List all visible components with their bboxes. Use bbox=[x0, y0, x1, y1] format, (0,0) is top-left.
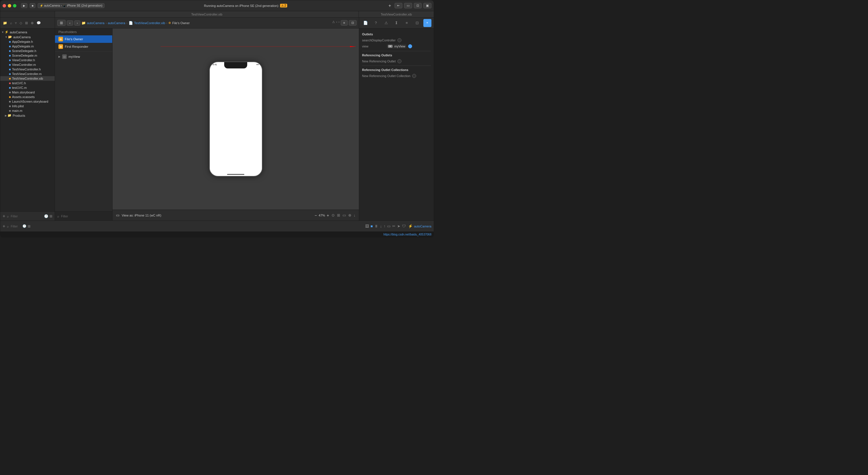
clock-icon[interactable]: 🕐 bbox=[44, 214, 48, 218]
safe-area-icon[interactable]: ▭ bbox=[342, 213, 346, 217]
myview-label: myView bbox=[68, 55, 80, 58]
tree-item-autoCamera-folder[interactable]: ▼ 📂 autoCamera bbox=[0, 34, 55, 39]
new-ref-outlet-circle[interactable] bbox=[398, 59, 401, 63]
folder-icon[interactable]: 📁 bbox=[2, 21, 8, 26]
tree-item-Products[interactable]: ▶ 📁 Products bbox=[0, 113, 55, 118]
warning-badge[interactable]: ⚠ 2 bbox=[280, 4, 287, 7]
filter-status-label: Filter bbox=[11, 225, 18, 228]
fit-icon[interactable]: ⊙ bbox=[332, 213, 335, 217]
zoom-in-button[interactable]: + bbox=[327, 213, 329, 218]
view-mode-3[interactable]: ▣ bbox=[423, 3, 431, 8]
zoom-out-button[interactable]: − bbox=[315, 213, 317, 218]
tree-item-Assets-xcassets[interactable]: ■ Assets.xcassets bbox=[0, 95, 55, 99]
filter-obj-label: Filter bbox=[61, 214, 68, 218]
image-icon[interactable]: 🖼 bbox=[365, 224, 369, 228]
tree-item-ViewController-h[interactable]: ■ ViewController.h bbox=[0, 58, 55, 62]
inspector-tab-file[interactable]: 📄 bbox=[362, 19, 370, 27]
xib-file-icon: ■ bbox=[9, 77, 11, 80]
first-responder-item[interactable]: ⊕ First Responder bbox=[55, 43, 112, 50]
layout-icon[interactable]: ⊞ bbox=[337, 213, 340, 217]
scissors-icon[interactable]: ✂ bbox=[392, 224, 396, 228]
device-icon: 📱 bbox=[62, 4, 66, 7]
grid-icon[interactable]: ⊞ bbox=[24, 21, 29, 26]
breadcrumb-xib-icon[interactable]: 📄 bbox=[129, 21, 133, 25]
grid-status-icon[interactable]: ⊞ bbox=[28, 224, 31, 228]
minimize-button[interactable] bbox=[8, 4, 11, 7]
tree-item-test1VC-m[interactable]: ■ test1VC.m bbox=[0, 86, 55, 90]
diamond-icon[interactable]: ◇ bbox=[19, 21, 23, 26]
inspector-tab-size[interactable]: ⊡ bbox=[413, 19, 421, 27]
tree-item-Main-storyboard[interactable]: ■ Main.storyboard bbox=[0, 90, 55, 95]
tree-item-TestViewController-h[interactable]: ■ TestViewController.h bbox=[0, 67, 55, 72]
view-mode-1[interactable]: ▭ bbox=[404, 3, 412, 8]
download-icon[interactable]: ↓ bbox=[354, 213, 356, 217]
tree-item-TestViewController-xib[interactable]: ■ TestViewController.xib bbox=[0, 76, 55, 81]
breadcrumb-autocamera-folder[interactable]: autoCamera bbox=[108, 21, 125, 25]
myview-item[interactable]: ▶ □ myView bbox=[55, 53, 112, 60]
chevron-left-icon[interactable]: ‹ bbox=[336, 20, 337, 26]
breadcrumb-filesowner-icon[interactable]: ⊕ bbox=[168, 21, 171, 25]
breadcrumb-item-autoCamera-icon[interactable]: 📁 bbox=[82, 21, 86, 25]
add-status-button[interactable]: + bbox=[3, 224, 5, 229]
chevron-right-icon[interactable]: › bbox=[338, 20, 340, 26]
run-button[interactable]: ▶ bbox=[21, 3, 27, 8]
new-ref-collection-circle[interactable] bbox=[412, 74, 416, 78]
tree-item-AppDelegate-h[interactable]: ■ AppDelegate.h bbox=[0, 39, 55, 44]
clock-status-icon[interactable]: 🕐 bbox=[23, 224, 27, 228]
grid-small-icon[interactable]: ⊞ bbox=[50, 214, 52, 218]
tree-item-ViewController-m[interactable]: ■ ViewController.m bbox=[0, 62, 55, 67]
view-mode-2[interactable]: ⊡ bbox=[414, 3, 422, 8]
shield-icon[interactable]: 🛡 bbox=[402, 224, 406, 228]
tree-item-SceneDelegate-h[interactable]: ■ SceneDelegate.h bbox=[0, 48, 55, 53]
tree-item-AppDelegate-m[interactable]: ■ AppDelegate.m bbox=[0, 44, 55, 48]
tree-item-Info-plist[interactable]: ■ Info.plist bbox=[0, 104, 55, 108]
breadcrumb-testviewcontroller-xib[interactable]: TestViewController.xib bbox=[134, 21, 165, 25]
search-nav-icon[interactable]: ⌕ bbox=[9, 21, 13, 26]
scheme-selector[interactable]: ⚡ autoCamera › 📱 iPhone SE (2nd generati… bbox=[38, 3, 104, 8]
back-nav-icon[interactable]: ‹ bbox=[67, 21, 73, 26]
up-arrow-icon[interactable]: ↑ bbox=[384, 224, 386, 228]
stop-button[interactable]: ■ bbox=[30, 3, 35, 8]
filter-icon[interactable]: ▿ bbox=[14, 21, 18, 26]
tree-item-SceneDelegate-m[interactable]: ■ SceneDelegate.m bbox=[0, 53, 55, 58]
filter-status-icon: ⌕ bbox=[7, 225, 9, 228]
tree-item-autoCamera-project[interactable]: ▼ ⚡ autoCamera bbox=[0, 30, 55, 34]
breadcrumb-filesowner: File's Owner bbox=[172, 21, 190, 25]
inspector-tab-warning[interactable]: ⚠ bbox=[382, 19, 390, 27]
app-name-status: ⚡ autoCamera bbox=[408, 224, 431, 228]
device-name: iPhone SE (2nd generation) bbox=[67, 4, 102, 7]
xib-grid-icon[interactable]: ⊞ bbox=[57, 20, 66, 26]
close-button[interactable] bbox=[3, 4, 6, 7]
blue-rect-icon[interactable]: ■ bbox=[371, 224, 373, 228]
disconnect-badge[interactable]: ✕ bbox=[388, 45, 393, 48]
add-button[interactable]: + bbox=[387, 3, 393, 9]
inspector-tab-help[interactable]: ? bbox=[372, 19, 380, 27]
tree-item-test1VC-h[interactable]: ■ test1VC.h bbox=[0, 81, 55, 86]
list-view-icon[interactable]: ≡ bbox=[341, 20, 348, 26]
tree-item-TestViewController-m[interactable]: ■ TestViewController.m bbox=[0, 72, 55, 76]
inspector-tab-identity[interactable]: 𝗜 bbox=[392, 19, 400, 27]
outlet-searchDisplayController-circle[interactable] bbox=[398, 38, 401, 42]
connection-arrow bbox=[113, 29, 359, 65]
down-arrow-icon[interactable]: ↓ bbox=[380, 224, 382, 228]
layout-toggle[interactable]: ⇤ bbox=[395, 3, 402, 8]
pin-icon[interactable]: ⊕ bbox=[348, 213, 351, 217]
add-file-button[interactable]: + bbox=[3, 214, 5, 219]
warning-nav-icon[interactable]: ⚠ bbox=[332, 20, 335, 26]
nav-toolbar: 📁 ⌕ ▿ ◇ ⊞ ⊕ 💬 bbox=[0, 18, 55, 29]
inspector-tab-attributes[interactable]: ≡ bbox=[403, 19, 411, 27]
outlet-view-circle[interactable] bbox=[408, 44, 412, 48]
inspector-tab-connections[interactable]: ⚬ bbox=[423, 19, 431, 27]
forward-nav-icon[interactable]: › bbox=[74, 21, 81, 26]
link-icon[interactable]: ⊕ bbox=[30, 21, 34, 26]
canvas-view-icon[interactable]: ⊡ bbox=[349, 20, 356, 26]
tree-item-LaunchScreen-storyboard[interactable]: ■ LaunchScreen.storyboard bbox=[0, 99, 55, 104]
rect2-icon[interactable]: ▭ bbox=[387, 224, 391, 228]
breadcrumb-autocamera[interactable]: autoCamera bbox=[87, 21, 104, 25]
pause-icon[interactable]: ⏸ bbox=[374, 224, 378, 228]
files-owner-item[interactable]: ⊕ File's Owner bbox=[55, 35, 112, 43]
bubble-icon[interactable]: 💬 bbox=[36, 21, 42, 26]
maximize-button[interactable] bbox=[13, 4, 17, 7]
send-icon[interactable]: ➤ bbox=[397, 224, 400, 228]
tree-item-main-m[interactable]: ■ main.m bbox=[0, 108, 55, 113]
